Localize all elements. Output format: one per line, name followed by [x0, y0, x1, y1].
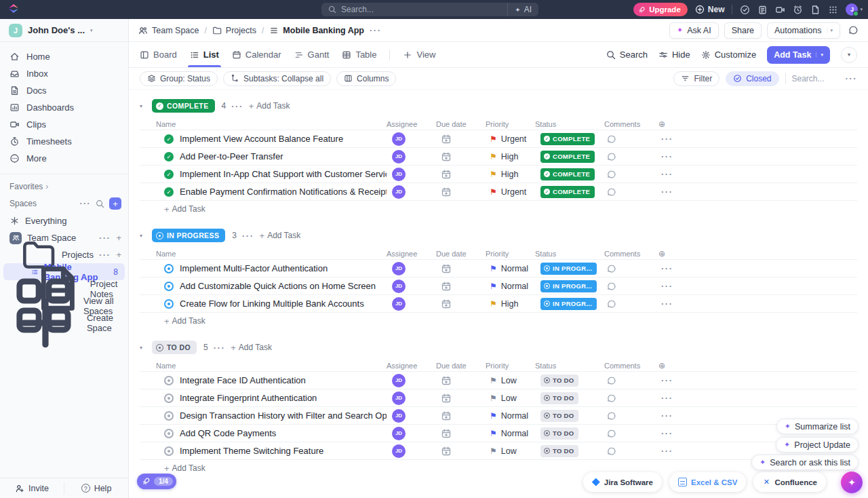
spaces-more-icon[interactable]: [80, 199, 92, 208]
sidebar-item-create-space[interactable]: Create Space: [0, 314, 128, 331]
task-status-icon[interactable]: [164, 376, 174, 385]
subtasks-chip[interactable]: Subtasks: Collapse all: [223, 71, 331, 86]
add-space-button[interactable]: [109, 197, 121, 210]
status-badge[interactable]: TO DO: [540, 375, 578, 387]
topbar-ai-button[interactable]: AI: [507, 3, 538, 16]
priority-cell[interactable]: Normal: [486, 411, 535, 421]
row-more-icon[interactable]: [661, 375, 673, 385]
group-add-task-button[interactable]: Add Task: [260, 231, 301, 241]
priority-cell[interactable]: Normal: [486, 429, 535, 438]
comment-bubble-icon[interactable]: [607, 446, 616, 456]
group-more-icon[interactable]: [242, 231, 254, 241]
task-row[interactable]: Enable Payment Confirmation Notification…: [140, 183, 857, 201]
task-status-icon[interactable]: [164, 134, 174, 144]
task-name[interactable]: Implement Theme Switching Feature: [180, 446, 323, 456]
breadcrumb-space[interactable]: Team Space: [138, 26, 199, 35]
comment-bubble-icon[interactable]: [607, 282, 616, 291]
sidebar-item-everything[interactable]: Everything: [0, 212, 128, 229]
filter-chip[interactable]: Filter: [673, 71, 719, 86]
task-name[interactable]: Implement Multi-Factor Authentication: [180, 263, 328, 273]
assignee-avatar[interactable]: JD: [392, 150, 406, 164]
row-more-icon[interactable]: [661, 393, 673, 403]
status-badge[interactable]: IN PROGR...: [540, 280, 597, 292]
add-task-button[interactable]: Add Task: [767, 46, 830, 64]
column-assignee[interactable]: Assignee: [387, 362, 436, 370]
search-or-ask-button[interactable]: Search or ask this list: [751, 455, 859, 470]
todo-check-icon[interactable]: [740, 5, 750, 15]
task-name[interactable]: Integrate Fingerprint Authentication: [180, 393, 317, 403]
row-more-icon[interactable]: [661, 151, 673, 161]
comment-bubble-icon[interactable]: [607, 376, 616, 385]
group-add-task-button[interactable]: Add Task: [249, 101, 290, 111]
column-name[interactable]: Name: [140, 250, 387, 258]
calendar-plus-icon[interactable]: [441, 134, 451, 144]
comment-bubble-icon[interactable]: [607, 411, 616, 421]
task-status-icon[interactable]: [164, 429, 174, 438]
calendar-plus-icon[interactable]: [441, 376, 451, 385]
assignee-avatar[interactable]: JD: [392, 444, 406, 458]
projects-more-icon[interactable]: [99, 250, 111, 260]
sidebar-item-inbox[interactable]: Inbox: [0, 65, 128, 82]
tab-gantt[interactable]: Gantt: [294, 42, 330, 67]
row-more-icon[interactable]: [661, 187, 673, 197]
calendar-plus-icon[interactable]: [441, 446, 451, 456]
task-row[interactable]: Implement View Account Balance Feature J…: [140, 130, 857, 148]
task-name[interactable]: Implement In-App Chat Support with Custo…: [180, 169, 387, 179]
breadcrumb-folder[interactable]: Projects: [212, 26, 256, 35]
assignee-avatar[interactable]: JD: [392, 132, 406, 146]
group-by-chip[interactable]: Group: Status: [140, 71, 218, 86]
task-name[interactable]: Enable Payment Confirmation Notification…: [180, 187, 387, 197]
closed-chip[interactable]: Closed: [726, 71, 778, 86]
sidebar-item-docs[interactable]: Docs: [0, 82, 128, 99]
column-priority[interactable]: Priority: [486, 362, 535, 370]
column-assignee[interactable]: Assignee: [387, 250, 436, 258]
project-update-button[interactable]: Project Update: [776, 437, 859, 453]
comment-bubble-icon[interactable]: [607, 264, 616, 273]
upgrade-button[interactable]: Upgrade: [633, 3, 688, 16]
priority-cell[interactable]: Low: [486, 446, 535, 456]
add-column-icon[interactable]: [658, 361, 686, 370]
column-name[interactable]: Name: [140, 120, 387, 128]
calendar-plus-icon[interactable]: [441, 429, 451, 438]
priority-cell[interactable]: High: [486, 299, 535, 309]
column-assignee[interactable]: Assignee: [387, 120, 436, 128]
team-space-more-icon[interactable]: [99, 233, 111, 243]
assignee-avatar[interactable]: JD: [392, 185, 406, 199]
sidebar-item-timesheets[interactable]: Timesheets: [0, 133, 128, 150]
task-row[interactable]: Integrate Face ID Authentication JD Low …: [140, 372, 857, 389]
view-search-button[interactable]: Search: [606, 50, 648, 60]
team-space-add-icon[interactable]: [116, 233, 121, 243]
status-badge[interactable]: TO DO: [540, 427, 578, 440]
priority-cell[interactable]: Low: [486, 376, 535, 385]
status-badge[interactable]: COMPLETE: [540, 151, 595, 163]
assignee-avatar[interactable]: JD: [392, 262, 406, 275]
breadcrumb-list[interactable]: Mobile Banking App: [269, 26, 364, 35]
list-search-input[interactable]: Search...: [792, 74, 840, 83]
priority-cell[interactable]: Urgent: [486, 134, 535, 144]
column-status[interactable]: Status: [535, 362, 604, 370]
sidebar-item-team-space[interactable]: Team Space: [0, 229, 128, 246]
workspace-switcher[interactable]: J John Doe's ...: [0, 19, 128, 42]
sidebar-item-dashboards[interactable]: Dashboards: [0, 99, 128, 116]
row-more-icon[interactable]: [661, 263, 673, 273]
columns-chip[interactable]: Columns: [336, 71, 396, 86]
task-status-icon[interactable]: [164, 394, 174, 403]
calendar-plus-icon[interactable]: [441, 299, 451, 309]
comments-icon[interactable]: [848, 25, 859, 35]
group-add-task-button[interactable]: Add Task: [231, 343, 272, 353]
sidebar-item-projects-folder[interactable]: Projects: [0, 246, 128, 263]
row-more-icon[interactable]: [661, 134, 673, 144]
add-column-icon[interactable]: [658, 249, 686, 258]
ai-assistant-button[interactable]: [841, 472, 863, 493]
row-more-icon[interactable]: [661, 410, 673, 421]
calendar-plus-icon[interactable]: [441, 394, 451, 403]
task-row[interactable]: Integrate Fingerprint Authentication JD …: [140, 389, 857, 407]
task-name[interactable]: Add QR Code Payments: [180, 428, 276, 438]
global-search-input[interactable]: Search... AI: [321, 3, 538, 16]
priority-cell[interactable]: High: [486, 152, 535, 161]
doc-icon[interactable]: [810, 5, 821, 15]
task-name[interactable]: Design Transaction History with Filter a…: [180, 410, 387, 421]
comment-bubble-icon[interactable]: [607, 152, 616, 161]
column-status[interactable]: Status: [535, 120, 604, 128]
task-name[interactable]: Add Customizable Quick Actions on Home S…: [180, 281, 376, 291]
